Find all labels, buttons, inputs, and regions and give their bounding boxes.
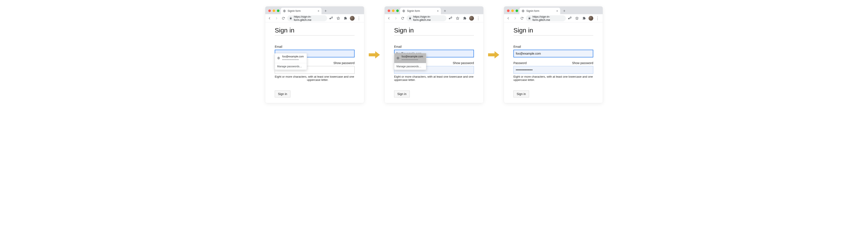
extensions-icon[interactable] — [343, 15, 348, 21]
key-icon[interactable] — [447, 15, 453, 21]
autofill-email: foo@example.com — [402, 55, 423, 58]
tab-strip: Signin form × + — [384, 6, 484, 14]
password-field-group: Password Show password Eight or more cha… — [514, 61, 593, 82]
lock-icon — [409, 17, 411, 20]
email-field-group: Email foo@example.com •••••••••••••••• M… — [275, 45, 354, 57]
toolbar-right-icons: ⋮ — [328, 15, 363, 21]
minimize-window-button[interactable] — [273, 9, 275, 12]
show-password-toggle[interactable]: Show password — [572, 61, 593, 65]
email-input[interactable] — [514, 50, 593, 57]
forward-button[interactable] — [274, 15, 279, 21]
close-window-button[interactable] — [507, 9, 509, 12]
tab-title: Signin form — [288, 9, 301, 12]
profile-avatar[interactable] — [350, 16, 354, 21]
globe-icon — [277, 57, 280, 60]
autofill-suggestion[interactable]: foo@example.com •••••••••••••••• — [275, 53, 307, 63]
key-icon[interactable] — [567, 15, 572, 21]
window-controls — [386, 9, 400, 14]
email-label: Email — [275, 45, 354, 48]
minimize-window-button[interactable] — [511, 9, 514, 12]
tab-title: Signin form — [407, 9, 420, 12]
menu-button[interactable]: ⋮ — [356, 15, 362, 21]
key-icon[interactable] — [328, 15, 334, 21]
extensions-icon[interactable] — [581, 15, 587, 21]
arrow-icon — [369, 51, 380, 59]
back-button[interactable] — [386, 15, 392, 21]
zoom-window-button[interactable] — [516, 9, 518, 12]
close-window-button[interactable] — [268, 9, 271, 12]
toolbar-right-icons: ⋮ — [567, 15, 601, 21]
reload-button[interactable] — [519, 15, 525, 21]
browser-window-state-3: Signin form × + https://sign-in-form.gli… — [504, 6, 603, 103]
email-field-group: Email — [514, 45, 593, 57]
autofill-password-mask: •••••••••••••••• — [402, 58, 423, 61]
profile-avatar[interactable] — [589, 16, 593, 21]
tab-strip: Signin form × + — [265, 6, 364, 14]
page-title: Sign in — [514, 27, 593, 34]
manage-passwords-link[interactable]: Manage passwords… — [275, 63, 307, 70]
show-password-toggle[interactable]: Show password — [453, 61, 474, 65]
minimize-window-button[interactable] — [392, 9, 395, 12]
autofill-popup: foo@example.com •••••••••••••••• Manage … — [394, 53, 426, 70]
reload-button[interactable] — [280, 15, 286, 21]
browser-window-state-1: Signin form × + https://sign-in-form.gli… — [265, 6, 364, 103]
bookmark-star-icon[interactable] — [335, 15, 341, 21]
tab-title: Signin form — [526, 9, 539, 12]
page-content: Sign in Email foo@example.com ••••••••••… — [384, 22, 484, 103]
autofill-popup: foo@example.com •••••••••••••••• Manage … — [275, 53, 307, 70]
lock-icon — [528, 17, 531, 20]
menu-button[interactable]: ⋮ — [594, 15, 600, 21]
arrow-icon — [488, 51, 499, 59]
toolbar-right-icons: ⋮ — [447, 15, 482, 21]
address-bar[interactable]: https://sign-in-form.glitch.me — [406, 15, 446, 21]
zoom-window-button[interactable] — [396, 9, 399, 12]
forward-button[interactable] — [393, 15, 399, 21]
toolbar: https://sign-in-form.glitch.me ⋮ — [504, 14, 603, 22]
password-hint: Eight or more characters, with at least … — [275, 75, 354, 82]
window-controls — [506, 9, 520, 14]
show-password-toggle[interactable]: Show password — [333, 61, 354, 65]
manage-passwords-link[interactable]: Manage passwords… — [394, 63, 426, 70]
password-input[interactable] — [514, 66, 593, 74]
extensions-icon[interactable] — [462, 15, 468, 21]
page-content: Sign in Email foo@example.com ••••••••••… — [265, 22, 364, 103]
url-text: https://sign-in-form.glitch.me — [413, 15, 444, 22]
svg-point-4 — [449, 18, 450, 19]
password-label: Password — [514, 61, 527, 65]
email-field-group: Email foo@example.com •••••••••••••••• M… — [394, 45, 474, 57]
new-tab-button[interactable]: + — [442, 8, 448, 14]
browser-tab[interactable]: Signin form × — [400, 8, 441, 14]
menu-button[interactable]: ⋮ — [475, 15, 481, 21]
address-bar[interactable]: https://sign-in-form.glitch.me — [287, 15, 327, 21]
close-window-button[interactable] — [388, 9, 390, 12]
new-tab-button[interactable]: + — [323, 8, 329, 14]
profile-avatar[interactable] — [469, 16, 474, 21]
globe-icon — [283, 9, 286, 12]
back-button[interactable] — [505, 15, 511, 21]
page-content: Sign in Email Password Show password Eig… — [504, 22, 603, 103]
close-tab-button[interactable]: × — [318, 9, 319, 12]
zoom-window-button[interactable] — [277, 9, 279, 12]
autofill-password-mask: •••••••••••••••• — [282, 58, 304, 61]
browser-tab[interactable]: Signin form × — [520, 8, 560, 14]
browser-window-state-2: Signin form × + https://sign-in-form.gli… — [384, 6, 484, 103]
close-tab-button[interactable]: × — [556, 9, 558, 12]
forward-button[interactable] — [512, 15, 518, 21]
password-hint: Eight or more characters, with at least … — [514, 75, 593, 82]
autofill-suggestion[interactable]: foo@example.com •••••••••••••••• — [394, 53, 426, 63]
close-tab-button[interactable]: × — [437, 9, 439, 12]
reload-button[interactable] — [400, 15, 406, 21]
sign-in-button[interactable]: Sign in — [275, 90, 290, 97]
back-button[interactable] — [267, 15, 273, 21]
autofill-email: foo@example.com — [282, 55, 304, 58]
bookmark-star-icon[interactable] — [574, 15, 580, 21]
new-tab-button[interactable]: + — [561, 8, 567, 14]
url-text: https://sign-in-form.glitch.me — [532, 15, 564, 22]
toolbar: https://sign-in-form.glitch.me ⋮ — [265, 14, 364, 22]
page-title: Sign in — [394, 27, 474, 34]
sign-in-button[interactable]: Sign in — [514, 90, 529, 97]
address-bar[interactable]: https://sign-in-form.glitch.me — [526, 15, 566, 21]
browser-tab[interactable]: Signin form × — [281, 8, 321, 14]
sign-in-button[interactable]: Sign in — [394, 90, 410, 97]
bookmark-star-icon[interactable] — [455, 15, 461, 21]
